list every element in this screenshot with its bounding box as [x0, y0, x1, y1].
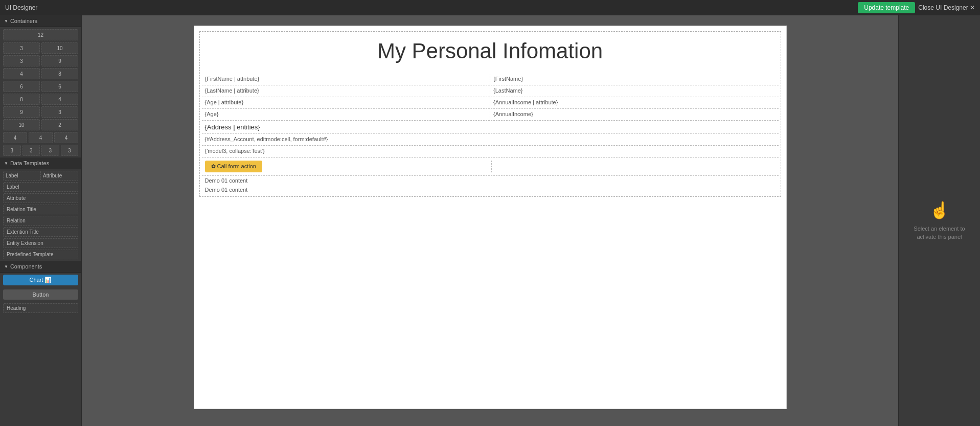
canvas-outer-border: My Personal Infomation {FirstName | attr… [199, 31, 781, 197]
components-section-header[interactable]: ▼ Components [0, 261, 81, 273]
canvas-row-age-income-val: {Age} {AnnualIncome} [202, 109, 779, 121]
data-templates-label: Data Templates [10, 160, 49, 166]
canvas-title: My Personal Infomation [202, 34, 779, 69]
right-panel-content: ☝ Select an element to activate this pan… [899, 190, 980, 251]
canvas-model-row: {'model3, collapse:Test'} [202, 146, 779, 158]
top-actions: Update template Close UI Designer ✕ [858, 2, 975, 13]
canvas-area: My Personal Infomation {FirstName | attr… [82, 15, 898, 426]
container-cell-3e[interactable]: 3 [22, 145, 40, 156]
canvas-cell-age-attr: {Age | attribute} [202, 97, 491, 108]
container-cell-3c[interactable]: 3 [41, 106, 78, 118]
app-title: UI Designer [5, 4, 37, 11]
update-template-button[interactable]: Update template [858, 2, 915, 13]
containers-arrow: ▼ [4, 19, 8, 24]
container-cell-8b[interactable]: 8 [3, 94, 40, 105]
containers-label: Containers [10, 18, 37, 24]
canvas-row-firstname: {FirstName | attribute} {FirstName} [202, 74, 779, 85]
template-relation[interactable]: Relation [3, 216, 78, 226]
canvas-cell-lastname-attr: {LastName | attribute} [202, 85, 491, 97]
canvas-row-lastname: {LastName | attribute} {LastName} [202, 85, 779, 97]
container-cell-9b[interactable]: 9 [3, 106, 40, 118]
sidebar: ▼ Containers 12 3 10 3 9 4 8 6 6 8 4 9 3 [0, 15, 82, 426]
container-12[interactable]: 12 [3, 29, 78, 40]
canvas-demo-row-2: Demo 01 content [202, 185, 779, 194]
template-entity-extension[interactable]: Entity Extension [3, 238, 78, 248]
right-panel: ☝ Select an element to activate this pan… [898, 15, 980, 426]
template-extention-title[interactable]: Extention Title [3, 227, 78, 237]
container-row-6-6: 6 6 [3, 81, 78, 92]
container-cell-4c[interactable]: 4 [3, 132, 27, 143]
container-cell-3g[interactable]: 3 [61, 145, 79, 156]
main-layout: ▼ Containers 12 3 10 3 9 4 8 6 6 8 4 9 3 [0, 15, 980, 426]
container-cell-4e[interactable]: 4 [54, 132, 78, 143]
container-cell-9[interactable]: 9 [41, 55, 78, 66]
template-relation-title[interactable]: Relation Title [3, 205, 78, 214]
button-component-button[interactable]: Button [3, 289, 78, 300]
canvas-cell-income-attr: {AnnualIncome | attribute} [490, 97, 779, 108]
canvas-row-age-income-attr: {Age | attribute} {AnnualIncome | attrib… [202, 97, 779, 109]
template-label-attribute[interactable]: Label Attribute [3, 171, 78, 181]
canvas-cell-age-val: {Age} [202, 109, 491, 120]
container-cell-6a[interactable]: 6 [3, 81, 40, 92]
container-cell-8[interactable]: 8 [41, 68, 78, 79]
heading-component-item[interactable]: Heading [3, 303, 78, 313]
container-row-4-4-4: 4 4 4 [3, 132, 78, 143]
template-attribute[interactable]: Attribute [3, 193, 78, 203]
container-row-3-3-3-3: 3 3 3 3 [3, 145, 78, 156]
template-label-cell: Label [4, 171, 41, 180]
containers-section-header[interactable]: ▼ Containers [0, 15, 81, 27]
template-attribute-cell: Attribute [41, 171, 78, 180]
canvas-cell-lastname-val: {LastName} [490, 85, 779, 97]
data-templates-arrow: ▼ [4, 161, 8, 166]
container-cell-3d[interactable]: 3 [3, 145, 21, 156]
cursor-icon: ☝ [909, 200, 970, 220]
chart-component-button[interactable]: Chart 📊 [3, 275, 78, 285]
container-12-label: 12 [38, 32, 43, 38]
container-cell-4[interactable]: 4 [3, 68, 40, 79]
canvas-cell-firstname-attr: {FirstName | attribute} [202, 74, 491, 85]
canvas-action-left: ✿ Call form action [205, 161, 492, 172]
container-row-10-2: 10 2 [3, 119, 78, 130]
canvas-action-right [492, 161, 776, 172]
container-cell-10b[interactable]: 10 [3, 119, 40, 130]
container-cell-4d[interactable]: 4 [29, 132, 53, 143]
container-row-9-3: 9 3 [3, 106, 78, 118]
canvas-address-section: {Address | entities} [202, 121, 779, 134]
template-label[interactable]: Label [3, 182, 78, 192]
canvas-cell-firstname-val: {FirstName} [490, 74, 779, 85]
canvas-form-cell: {#Address_Account, editmode:cell, form:d… [202, 134, 779, 145]
container-row-8-4: 8 4 [3, 94, 78, 105]
container-cell-3b[interactable]: 3 [3, 55, 40, 66]
data-templates-section-header[interactable]: ▼ Data Templates [0, 158, 81, 169]
container-row-4-8: 4 8 [3, 68, 78, 79]
canvas-model-cell: {'model3, collapse:Test'} [202, 146, 779, 157]
template-predefined[interactable]: Predefined Template [3, 250, 78, 259]
components-label: Components [10, 263, 42, 270]
container-row-3-9: 3 9 [3, 55, 78, 66]
canvas-form-row: {#Address_Account, editmode:cell, form:d… [202, 134, 779, 146]
container-cell-4b[interactable]: 4 [41, 94, 78, 105]
container-cell-3[interactable]: 3 [3, 42, 40, 54]
container-cell-2[interactable]: 2 [41, 119, 78, 130]
canvas: My Personal Infomation {FirstName | attr… [194, 26, 787, 409]
container-cell-6b[interactable]: 6 [41, 81, 78, 92]
canvas-cell-income-val: {AnnualIncome} [490, 109, 779, 120]
close-designer-button[interactable]: Close UI Designer ✕ [918, 4, 975, 11]
topbar: UI Designer Update template Close UI Des… [0, 0, 980, 15]
container-row-3-10: 3 10 [3, 42, 78, 54]
right-panel-text: Select an element to activate this panel [909, 225, 970, 241]
canvas-demo-row-1: Demo 01 content [202, 176, 779, 185]
container-cell-3f[interactable]: 3 [41, 145, 59, 156]
components-arrow: ▼ [4, 264, 8, 269]
container-cell-10[interactable]: 10 [41, 42, 78, 54]
call-form-action-button[interactable]: ✿ Call form action [205, 161, 262, 172]
canvas-action-row: ✿ Call form action [202, 158, 779, 176]
